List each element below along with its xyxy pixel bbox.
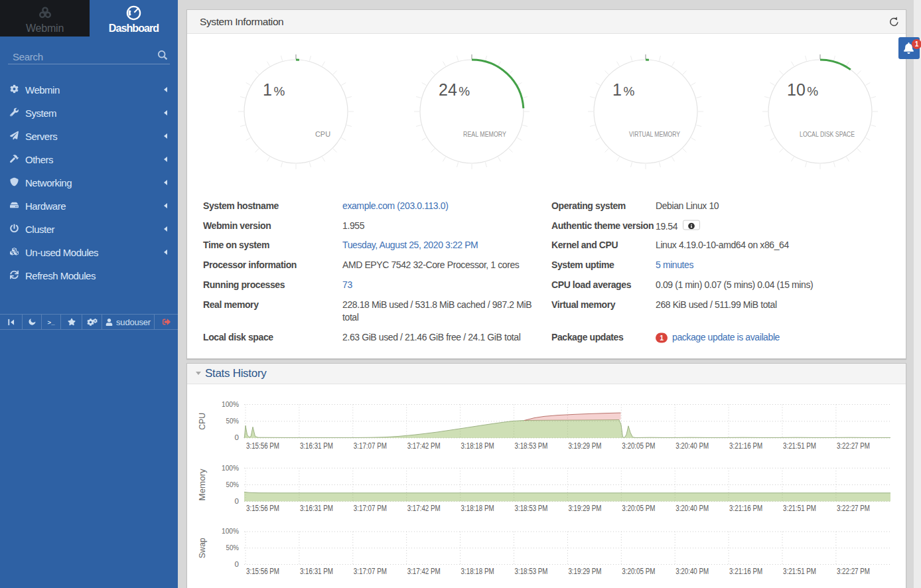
svg-text:3:20:05 PM: 3:20:05 PM [622, 567, 655, 576]
svg-text:3:18:18 PM: 3:18:18 PM [461, 504, 494, 513]
svg-text:Swap: Swap [198, 538, 207, 558]
svg-text:LOCAL DISK SPACE: LOCAL DISK SPACE [800, 130, 855, 138]
svg-text:3:15:56 PM: 3:15:56 PM [246, 504, 279, 513]
svg-text:3:17:42 PM: 3:17:42 PM [407, 441, 441, 451]
svg-text:3:17:07 PM: 3:17:07 PM [354, 441, 387, 451]
svg-text:3:15:56 PM: 3:15:56 PM [246, 567, 279, 576]
svg-text:50%: 50% [226, 417, 240, 425]
svg-text:3:19:29 PM: 3:19:29 PM [568, 441, 601, 451]
svg-text:3:18:18 PM: 3:18:18 PM [461, 441, 494, 451]
svg-text:100%: 100% [222, 464, 239, 472]
svg-text:3:18:53 PM: 3:18:53 PM [515, 504, 548, 513]
svg-text:3:20:05 PM: 3:20:05 PM [622, 441, 655, 451]
svg-text:3:21:16 PM: 3:21:16 PM [729, 504, 762, 513]
svg-text:VIRTUAL MEMORY: VIRTUAL MEMORY [629, 130, 680, 138]
svg-text:100%: 100% [222, 527, 239, 535]
svg-text:3:22:27 PM: 3:22:27 PM [837, 567, 870, 576]
svg-text:Memory: Memory [198, 469, 207, 501]
svg-text:3:17:42 PM: 3:17:42 PM [407, 504, 441, 513]
svg-text:0: 0 [235, 433, 239, 441]
svg-text:3:18:53 PM: 3:18:53 PM [515, 567, 548, 576]
svg-text:3:15:56 PM: 3:15:56 PM [246, 441, 279, 451]
svg-text:3:22:27 PM: 3:22:27 PM [837, 504, 870, 513]
svg-text:3:17:42 PM: 3:17:42 PM [407, 567, 441, 576]
svg-text:3:17:07 PM: 3:17:07 PM [354, 567, 387, 576]
svg-text:3:16:31 PM: 3:16:31 PM [300, 567, 333, 576]
svg-text:3:19:29 PM: 3:19:29 PM [568, 504, 601, 513]
svg-text:3:20:40 PM: 3:20:40 PM [675, 441, 709, 451]
svg-text:REAL MEMORY: REAL MEMORY [463, 130, 506, 138]
svg-text:3:20:05 PM: 3:20:05 PM [622, 504, 655, 513]
svg-text:3:21:51 PM: 3:21:51 PM [783, 504, 816, 513]
svg-text:0: 0 [235, 497, 239, 505]
svg-text:CPU: CPU [315, 130, 330, 138]
svg-text:3:21:16 PM: 3:21:16 PM [729, 441, 762, 451]
svg-text:0: 0 [235, 560, 239, 568]
svg-text:3:18:18 PM: 3:18:18 PM [461, 567, 494, 576]
svg-text:3:20:40 PM: 3:20:40 PM [675, 504, 709, 513]
svg-text:3:20:40 PM: 3:20:40 PM [675, 567, 709, 576]
svg-text:CPU: CPU [198, 413, 207, 430]
svg-text:3:16:31 PM: 3:16:31 PM [300, 504, 333, 513]
svg-text:50%: 50% [226, 480, 240, 488]
svg-text:3:21:51 PM: 3:21:51 PM [783, 567, 816, 576]
svg-text:3:17:07 PM: 3:17:07 PM [354, 504, 387, 513]
svg-text:100%: 100% [222, 400, 239, 408]
svg-text:3:22:27 PM: 3:22:27 PM [837, 441, 870, 451]
svg-text:3:21:51 PM: 3:21:51 PM [783, 441, 816, 451]
svg-text:3:16:31 PM: 3:16:31 PM [300, 441, 333, 451]
svg-text:3:19:29 PM: 3:19:29 PM [568, 567, 601, 576]
svg-text:3:18:53 PM: 3:18:53 PM [515, 441, 548, 451]
svg-text:3:21:16 PM: 3:21:16 PM [729, 567, 762, 576]
svg-text:50%: 50% [226, 544, 240, 551]
